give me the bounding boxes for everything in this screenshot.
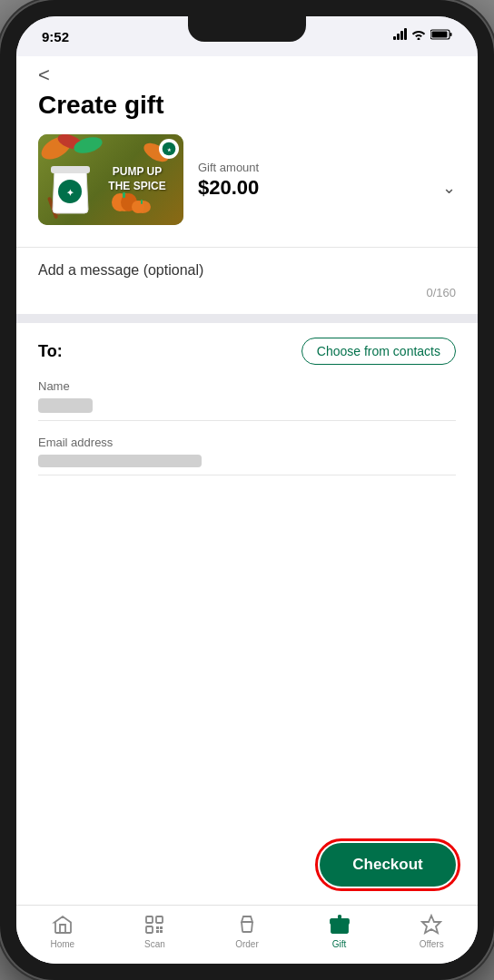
nav-label-offers: Offers <box>420 939 444 949</box>
choose-contacts-button[interactable]: Choose from contacts <box>301 338 456 365</box>
order-icon <box>235 913 259 936</box>
white-spacer <box>16 490 478 825</box>
chevron-down-icon: ⌄ <box>442 178 456 198</box>
svg-rect-25 <box>160 926 163 929</box>
name-value-blurred <box>38 398 93 413</box>
svg-rect-22 <box>156 916 163 923</box>
status-time: 9:52 <box>42 29 69 44</box>
page-title: Create gift <box>38 91 456 120</box>
svg-text:✦: ✦ <box>66 188 74 198</box>
message-counter: 0/160 <box>38 286 456 299</box>
scan-icon <box>143 913 166 936</box>
svg-rect-27 <box>160 930 163 933</box>
gray-separator <box>16 314 478 323</box>
nav-item-order[interactable]: Order <box>224 913 270 949</box>
phone-frame: 9:52 <box>0 0 494 980</box>
svg-rect-26 <box>156 930 159 933</box>
checkout-button-wrapper: Checkout <box>320 843 456 887</box>
svg-rect-1 <box>450 33 452 36</box>
screen-content: < Create gift <box>16 56 478 964</box>
to-label: To: <box>38 342 63 361</box>
checkout-highlight-ring <box>315 838 460 891</box>
svg-rect-2 <box>432 32 448 38</box>
svg-point-5 <box>72 134 104 156</box>
svg-rect-24 <box>156 926 159 929</box>
svg-rect-23 <box>146 926 153 933</box>
gift-icon <box>328 913 351 936</box>
home-icon <box>51 913 74 936</box>
card-section: ✦ PUMP UPTHE SPICE ★ <box>38 134 456 225</box>
amount-section: Gift amount $20.00 ⌄ <box>198 161 456 200</box>
nav-label-gift: Gift <box>332 939 347 949</box>
wifi-icon <box>411 29 426 40</box>
svg-rect-21 <box>146 916 153 923</box>
email-value-blurred <box>38 455 202 467</box>
nav-label-order: Order <box>235 939 259 949</box>
nav-item-scan[interactable]: Scan <box>132 913 177 949</box>
offers-icon <box>420 913 443 936</box>
amount-value: $20.00 <box>198 176 259 200</box>
amount-label: Gift amount <box>198 161 456 174</box>
nav-item-gift[interactable]: Gift <box>317 913 362 949</box>
notch <box>188 16 306 42</box>
nav-item-home[interactable]: Home <box>40 913 85 949</box>
top-section: < Create gift <box>16 56 478 247</box>
to-section: To: Choose from contacts Name Email addr… <box>16 323 478 490</box>
email-field: Email address <box>38 436 456 475</box>
status-icons <box>393 29 452 40</box>
back-button[interactable]: < <box>38 64 50 87</box>
signal-icon <box>393 29 407 40</box>
email-divider <box>38 475 456 475</box>
svg-rect-16 <box>51 166 90 173</box>
name-divider <box>38 420 456 421</box>
bottom-nav: Home Scan <box>16 905 478 964</box>
message-section: Add a message (optional) 0/160 <box>16 248 478 314</box>
gift-card-image[interactable]: ✦ PUMP UPTHE SPICE ★ <box>38 134 183 225</box>
svg-rect-13 <box>141 200 143 204</box>
nav-item-offers[interactable]: Offers <box>409 913 454 949</box>
battery-icon <box>430 29 452 40</box>
starbucks-logo: ★ <box>159 139 179 159</box>
email-label: Email address <box>38 436 456 449</box>
name-field: Name <box>38 379 456 421</box>
amount-value-row[interactable]: $20.00 ⌄ <box>198 176 456 200</box>
nav-label-home: Home <box>50 939 74 949</box>
card-text-pump: PUMP UPTHE SPICE <box>100 165 174 193</box>
phone-screen: 9:52 <box>16 16 478 964</box>
name-label: Name <box>38 379 456 393</box>
to-header: To: Choose from contacts <box>38 338 456 365</box>
svg-marker-30 <box>422 916 440 933</box>
checkout-area: Checkout <box>16 825 478 905</box>
message-label: Add a message (optional) <box>38 262 456 279</box>
nav-label-scan: Scan <box>144 939 165 949</box>
